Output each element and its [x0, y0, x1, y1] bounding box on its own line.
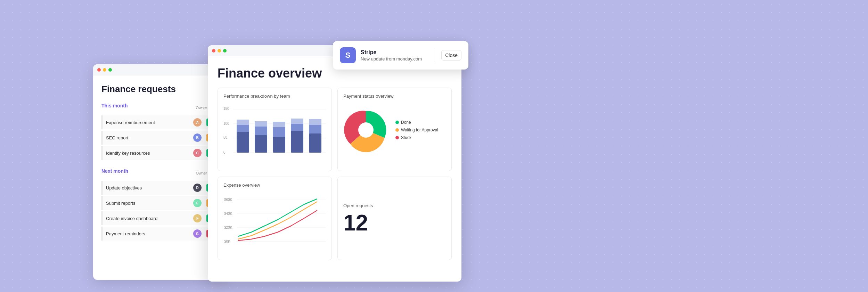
avatar: E	[193, 199, 202, 207]
open-requests-widget: Open requests 12	[337, 177, 452, 260]
this-month-label: This month	[101, 103, 128, 108]
svg-rect-14	[273, 137, 285, 153]
task-name: Expense reimbursement	[106, 120, 193, 125]
svg-text:150: 150	[223, 107, 229, 111]
svg-text:50: 50	[223, 136, 228, 139]
svg-rect-19	[291, 119, 303, 124]
task-name: Update objectives	[106, 185, 193, 190]
list-item: Create invoice dashboard F	[101, 211, 217, 225]
legend-item-waiting: Waiting for Approval	[395, 128, 438, 132]
svg-rect-15	[273, 127, 285, 137]
window-dot-yellow	[218, 49, 221, 52]
svg-rect-18	[291, 124, 303, 131]
window-dot-red	[97, 68, 101, 72]
avatar: F	[193, 214, 202, 222]
legend-item-done: Done	[395, 120, 438, 125]
task-name: Submit reports	[106, 201, 193, 206]
open-requests-title: Open requests	[343, 203, 373, 208]
next-month-list: Update objectives D Submit reports E Cre…	[101, 181, 217, 241]
line-chart-title: Expense overview	[223, 182, 326, 188]
svg-rect-9	[237, 125, 249, 132]
svg-text:0: 0	[223, 151, 226, 154]
task-name: Create invoice dashboard	[106, 216, 193, 221]
next-month-header: Next month Owner	[101, 168, 217, 178]
list-item: Payment reminders G	[101, 227, 217, 241]
window-dot-red	[212, 49, 215, 52]
pie-chart-title: Payment status overview	[343, 94, 446, 99]
owner-label-1: Owner	[196, 106, 207, 110]
open-requests-count: 12	[343, 212, 368, 234]
list-item: Identify key resources C	[101, 146, 217, 160]
task-name: SEC report	[106, 135, 193, 140]
svg-rect-8	[237, 132, 249, 153]
pie-chart-widget: Payment status overview	[337, 88, 452, 171]
svg-text:$60K: $60K	[224, 198, 232, 202]
svg-rect-20	[309, 133, 321, 153]
svg-rect-13	[255, 121, 267, 127]
finance-requests-title: Finance requests	[101, 84, 217, 95]
avatar: G	[193, 229, 202, 238]
legend-item-stuck: Stuck	[395, 135, 438, 140]
stripe-letter: S	[345, 51, 351, 60]
legend-dot-stuck	[395, 136, 399, 139]
this-month-header: This month Owner	[101, 103, 217, 113]
finance-overview-card: Finance overview Performance breakdown b…	[208, 45, 461, 282]
svg-rect-16	[273, 122, 285, 127]
list-item: Expense reimbursement A	[101, 115, 217, 129]
legend-dot-waiting	[395, 128, 399, 132]
notification-subtitle: New update from monday.com	[361, 56, 428, 62]
line-chart-container: $0K $20K $40K $60K	[223, 191, 326, 250]
svg-rect-22	[309, 119, 321, 125]
notification-divider	[435, 48, 435, 62]
list-item: Submit reports E	[101, 196, 217, 210]
avatar: A	[193, 118, 202, 127]
avatar: B	[193, 133, 202, 142]
svg-text:100: 100	[223, 122, 229, 125]
pie-chart-svg	[343, 107, 388, 153]
finance-requests-card: Finance requests This month Owner Expens…	[93, 64, 225, 280]
svg-text:$0K: $0K	[224, 240, 230, 243]
svg-rect-12	[255, 127, 267, 135]
notification-card: S Stripe New update from monday.com Clos…	[333, 41, 468, 70]
window-dot-green	[223, 49, 227, 52]
overview-content: Finance overview Performance breakdown b…	[208, 56, 461, 267]
notification-close-button[interactable]: Close	[441, 50, 461, 60]
line-chart-widget: Expense overview $0K $20K $40K $60K	[218, 177, 332, 260]
bar-chart-svg: 0 50 100 150	[223, 102, 328, 161]
notification-text: Stripe New update from monday.com	[361, 49, 428, 62]
bar-chart-widget: Performance breakdown by team 0 50 100 1…	[218, 88, 332, 171]
task-name: Identify key resources	[106, 151, 193, 156]
pie-container: Done Waiting for Approval Stuck	[343, 102, 446, 158]
card-top-bar	[93, 64, 225, 75]
svg-rect-10	[237, 120, 249, 125]
owner-label-2: Owner	[196, 171, 207, 175]
list-item: SEC report B	[101, 131, 217, 145]
window-dot-green	[108, 68, 112, 72]
svg-text:$40K: $40K	[224, 212, 232, 216]
avatar: C	[193, 149, 202, 157]
avatar: D	[193, 184, 202, 192]
line-chart-svg: $0K $20K $40K $60K	[223, 191, 328, 250]
bar-chart: 0 50 100 150	[223, 102, 326, 165]
overview-grid: Performance breakdown by team 0 50 100 1…	[218, 88, 452, 260]
svg-rect-17	[291, 131, 303, 153]
svg-rect-21	[309, 125, 321, 133]
task-name: Payment reminders	[106, 231, 193, 236]
next-month-label: Next month	[101, 168, 128, 174]
list-item: Update objectives D	[101, 181, 217, 195]
svg-text:$20K: $20K	[224, 226, 232, 229]
notification-title: Stripe	[361, 49, 428, 56]
svg-point-23	[358, 122, 374, 138]
stripe-icon: S	[340, 47, 356, 63]
bar-chart-title: Performance breakdown by team	[223, 94, 326, 99]
scene: Finance requests This month Owner Expens…	[0, 0, 868, 292]
svg-rect-11	[255, 135, 267, 153]
window-dot-yellow	[103, 68, 106, 72]
legend-dot-done	[395, 121, 399, 124]
legend-label-stuck: Stuck	[401, 135, 411, 140]
finance-requests-content: Finance requests This month Owner Expens…	[93, 75, 225, 256]
legend-label-done: Done	[401, 120, 411, 125]
legend-label-waiting: Waiting for Approval	[401, 128, 438, 132]
pie-legend: Done Waiting for Approval Stuck	[395, 120, 438, 140]
this-month-list: Expense reimbursement A SEC report B Ide…	[101, 115, 217, 160]
